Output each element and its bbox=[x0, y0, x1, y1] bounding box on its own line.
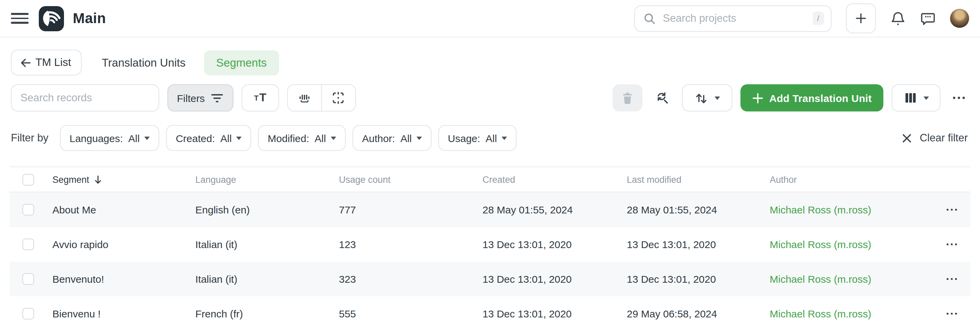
close-icon bbox=[901, 132, 913, 144]
filter-chip-usage[interactable]: Usage: All bbox=[438, 125, 517, 151]
chevron-down-icon bbox=[501, 136, 507, 140]
column-header-segment[interactable]: Segment bbox=[52, 174, 195, 185]
chip-value: All bbox=[401, 132, 412, 144]
filter-chip-created[interactable]: Created: All bbox=[166, 125, 251, 151]
trash-icon bbox=[621, 91, 635, 105]
cell-last-modified: 13 Dec 13:01, 2020 bbox=[627, 239, 770, 250]
cell-usage-count: 555 bbox=[339, 308, 482, 320]
row-checkbox[interactable] bbox=[22, 273, 34, 285]
ellipsis-icon bbox=[945, 203, 958, 216]
clear-filter-button[interactable]: Clear filter bbox=[901, 132, 969, 144]
chip-value: All bbox=[315, 132, 326, 144]
cell-segment: Bienvenu ! bbox=[52, 308, 195, 320]
cell-last-modified: 29 May 06:58, 2024 bbox=[627, 308, 770, 320]
chevron-down-icon bbox=[417, 136, 422, 140]
author-link[interactable]: Michael Ross (m.ross) bbox=[770, 239, 932, 250]
cell-usage-count: 123 bbox=[339, 239, 482, 250]
app-logo-icon[interactable] bbox=[39, 6, 64, 31]
row-menu-button[interactable] bbox=[932, 307, 970, 320]
search-records-input[interactable]: Search records bbox=[11, 84, 159, 111]
find-replace-button[interactable] bbox=[651, 90, 674, 105]
create-new-button[interactable] bbox=[846, 3, 876, 33]
sort-button[interactable] bbox=[682, 84, 733, 111]
row-checkbox[interactable] bbox=[22, 239, 34, 250]
column-header-last-modified[interactable]: Last modified bbox=[627, 174, 770, 185]
cell-created: 13 Dec 13:01, 2020 bbox=[482, 308, 627, 320]
columns-button[interactable] bbox=[891, 84, 940, 111]
chip-value: All bbox=[128, 132, 140, 144]
notifications-button[interactable] bbox=[890, 11, 906, 26]
filters-button[interactable]: Filters bbox=[167, 84, 234, 111]
cell-language: French (fr) bbox=[195, 308, 339, 320]
row-checkbox[interactable] bbox=[22, 308, 34, 320]
plus-icon bbox=[752, 92, 764, 104]
back-button-label: TM List bbox=[35, 56, 71, 69]
tab-translation-units[interactable]: Translation Units bbox=[102, 56, 185, 69]
cell-usage-count: 777 bbox=[339, 204, 482, 215]
delete-selected-button[interactable] bbox=[613, 84, 643, 111]
phrase-logo-icon bbox=[39, 6, 64, 31]
arrows-up-down-icon bbox=[695, 91, 709, 105]
feedback-button[interactable] bbox=[920, 11, 936, 26]
search-projects-placeholder: Search projects bbox=[663, 12, 812, 24]
back-to-tm-list-button[interactable]: TM List bbox=[11, 50, 82, 76]
chip-name: Created: bbox=[176, 132, 215, 144]
table-row[interactable]: Avvio rapido Italian (it) 123 13 Dec 13:… bbox=[10, 227, 970, 262]
whitespace-toggle-button[interactable] bbox=[288, 85, 321, 111]
filter-chip-languages[interactable]: Languages: All bbox=[60, 125, 159, 151]
cell-last-modified: 13 Dec 13:01, 2020 bbox=[627, 273, 770, 285]
chevron-down-icon bbox=[237, 136, 242, 140]
filter-bar: Filter by Languages: All Created: All Mo… bbox=[0, 125, 980, 151]
barcode-icon bbox=[298, 91, 312, 105]
ellipsis-icon bbox=[945, 307, 958, 320]
row-checkbox[interactable] bbox=[22, 204, 34, 215]
menu-icon[interactable] bbox=[11, 10, 29, 27]
author-link[interactable]: Michael Ross (m.ross) bbox=[770, 204, 932, 215]
filter-chip-author[interactable]: Author: All bbox=[353, 125, 431, 151]
app-root: Main Search projects / bbox=[0, 0, 980, 331]
select-all-checkbox[interactable] bbox=[22, 174, 34, 185]
page-title: Main bbox=[73, 10, 106, 27]
filter-chip-modified[interactable]: Modified: All bbox=[258, 125, 346, 151]
segments-table: Segment Language Usage count Created Las… bbox=[10, 166, 970, 331]
row-menu-button[interactable] bbox=[932, 238, 970, 251]
chat-bubble-icon bbox=[920, 11, 936, 26]
arrow-left-icon bbox=[19, 56, 32, 69]
table-row[interactable]: Benvenuto! Italian (it) 323 13 Dec 13:01… bbox=[10, 262, 970, 296]
chevron-down-icon bbox=[923, 96, 929, 100]
add-button-label: Add Translation Unit bbox=[769, 92, 872, 104]
nav-row: TM List Translation Units Segments bbox=[0, 50, 980, 76]
chip-value: All bbox=[221, 132, 232, 144]
column-header-created[interactable]: Created bbox=[482, 174, 627, 185]
cell-segment: About Me bbox=[52, 204, 195, 215]
search-refresh-icon bbox=[655, 90, 670, 105]
toolbar-more-button[interactable] bbox=[949, 90, 969, 105]
search-projects-input[interactable]: Search projects / bbox=[634, 5, 832, 32]
topbar: Main Search projects / bbox=[0, 0, 980, 37]
column-header-usage-count[interactable]: Usage count bbox=[339, 174, 482, 185]
author-link[interactable]: Michael Ross (m.ross) bbox=[770, 308, 932, 320]
ellipsis-icon bbox=[945, 238, 958, 251]
chevron-down-icon bbox=[331, 136, 336, 140]
filter-lines-icon bbox=[210, 92, 224, 105]
row-menu-button[interactable] bbox=[932, 272, 970, 285]
placeholder-frame-button[interactable] bbox=[321, 85, 355, 111]
cell-language: Italian (it) bbox=[195, 273, 339, 285]
row-menu-button[interactable] bbox=[932, 203, 970, 216]
tab-segments[interactable]: Segments bbox=[204, 50, 279, 75]
author-link[interactable]: Michael Ross (m.ross) bbox=[770, 273, 932, 285]
column-header-author[interactable]: Author bbox=[770, 174, 932, 185]
user-avatar[interactable] bbox=[950, 9, 969, 28]
toolbar: Search records Filters TT bbox=[0, 84, 980, 111]
clear-filter-label: Clear filter bbox=[920, 132, 968, 144]
table-row[interactable]: About Me English (en) 777 28 May 01:55, … bbox=[10, 192, 970, 227]
cell-language: English (en) bbox=[195, 204, 339, 215]
text-case-button[interactable]: TT bbox=[242, 84, 279, 111]
chevron-down-icon bbox=[144, 136, 150, 140]
cell-last-modified: 28 May 01:55, 2024 bbox=[627, 204, 770, 215]
search-icon bbox=[643, 12, 656, 25]
table-header: Segment Language Usage count Created Las… bbox=[10, 167, 970, 192]
column-header-language[interactable]: Language bbox=[195, 174, 339, 185]
table-row[interactable]: Bienvenu ! French (fr) 555 13 Dec 13:01,… bbox=[10, 296, 970, 331]
add-translation-unit-button[interactable]: Add Translation Unit bbox=[741, 84, 883, 111]
